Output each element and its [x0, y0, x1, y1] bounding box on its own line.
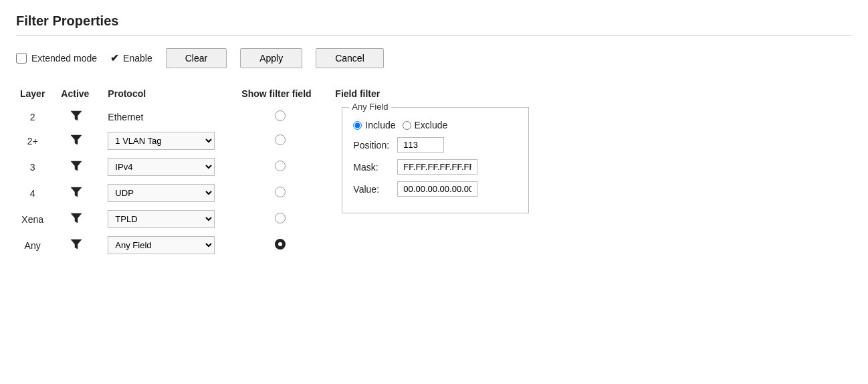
svg-marker-0 — [71, 111, 82, 120]
protocol-select[interactable]: 1 VLAN Tag2 VLAN TagsIPv4IPv6UDPTCPTPLDA… — [108, 210, 215, 228]
show-filter-radio[interactable] — [275, 213, 286, 223]
cell-protocol[interactable]: 1 VLAN Tag2 VLAN TagsIPv4IPv6UDPTCPTPLDA… — [104, 154, 237, 180]
svg-marker-3 — [71, 187, 82, 197]
cell-layer: Any — [16, 232, 57, 258]
cell-active[interactable] — [57, 232, 104, 258]
filter-icon[interactable] — [70, 160, 82, 174]
cell-active[interactable] — [57, 106, 104, 128]
cell-protocol[interactable]: 1 VLAN Tag2 VLAN TagsIPv4IPv6UDPTCPTPLDA… — [104, 128, 237, 154]
cell-active[interactable] — [57, 154, 104, 180]
filter-table: Layer Active Protocol Show filter field … — [16, 84, 541, 258]
cell-protocol[interactable]: 1 VLAN Tag2 VLAN TagsIPv4IPv6UDPTCPTPLDA… — [104, 206, 237, 232]
exclude-label: Exclude — [415, 120, 448, 130]
enable-checkmark-icon: ✔ — [110, 52, 119, 64]
cell-show-filter[interactable] — [237, 128, 331, 154]
cell-field-filter: Any Field Include Exclude Position: Mask… — [331, 106, 541, 258]
cell-layer: Xena — [16, 206, 57, 232]
value-input[interactable] — [397, 181, 477, 197]
position-label: Position: — [353, 140, 391, 151]
cell-layer: 4 — [16, 180, 57, 206]
table-row: 2 EthernetAny Field Include Exclude Posi… — [16, 106, 541, 128]
cell-protocol: Ethernet — [104, 106, 237, 128]
cell-active[interactable] — [57, 206, 104, 232]
col-header-active: Active — [57, 84, 104, 106]
cell-active[interactable] — [57, 128, 104, 154]
enable-label: Enable — [123, 53, 152, 64]
svg-marker-1 — [71, 135, 82, 145]
exclude-radio[interactable] — [403, 121, 411, 130]
svg-marker-5 — [71, 239, 82, 249]
position-input[interactable] — [397, 137, 444, 153]
include-radio-label[interactable]: Include — [353, 120, 395, 130]
col-header-layer: Layer — [16, 84, 57, 106]
protocol-select[interactable]: 1 VLAN Tag2 VLAN TagsIPv4IPv6UDPTCPTPLDA… — [108, 132, 215, 150]
cell-show-filter[interactable] — [237, 180, 331, 206]
show-filter-radio[interactable] — [275, 187, 286, 197]
main-content: Layer Active Protocol Show filter field … — [16, 84, 852, 258]
enable-label-group: ✔ Enable — [110, 52, 152, 64]
svg-marker-2 — [71, 161, 82, 171]
col-header-protocol: Protocol — [104, 84, 237, 106]
cancel-button[interactable]: Cancel — [316, 48, 384, 68]
value-row: Value: — [353, 181, 518, 197]
filter-icon[interactable] — [70, 212, 82, 226]
extended-mode-checkbox[interactable] — [16, 53, 27, 64]
cell-layer: 2+ — [16, 128, 57, 154]
show-filter-radio[interactable] — [275, 239, 286, 250]
field-filter-panel: Any Field Include Exclude Position: Mask… — [342, 107, 529, 213]
protocol-select[interactable]: 1 VLAN Tag2 VLAN TagsIPv4IPv6UDPTCPTPLDA… — [108, 236, 215, 254]
exclude-radio-label[interactable]: Exclude — [403, 120, 448, 130]
include-exclude-row: Include Exclude — [353, 120, 518, 130]
show-filter-radio[interactable] — [275, 134, 286, 145]
extended-mode-checkbox-label[interactable]: Extended mode — [16, 53, 97, 64]
filter-icon[interactable] — [70, 186, 82, 200]
extended-mode-label: Extended mode — [31, 53, 97, 64]
apply-button[interactable]: Apply — [240, 48, 302, 68]
cell-show-filter[interactable] — [237, 106, 331, 128]
cell-show-filter[interactable] — [237, 154, 331, 180]
value-label: Value: — [353, 184, 391, 195]
cell-protocol[interactable]: 1 VLAN Tag2 VLAN TagsIPv4IPv6UDPTCPTPLDA… — [104, 232, 237, 258]
mask-input[interactable] — [397, 159, 477, 175]
position-row: Position: — [353, 137, 518, 153]
protocol-select[interactable]: 1 VLAN Tag2 VLAN TagsIPv4IPv6UDPTCPTPLDA… — [108, 158, 215, 176]
field-filter-legend: Any Field — [349, 102, 391, 112]
filter-icon[interactable] — [70, 238, 82, 252]
clear-button[interactable]: Clear — [166, 48, 227, 68]
cell-protocol[interactable]: 1 VLAN Tag2 VLAN TagsIPv4IPv6UDPTCPTPLDA… — [104, 180, 237, 206]
filter-icon[interactable] — [70, 110, 82, 124]
page-title: Filter Properties — [16, 13, 852, 29]
cell-active[interactable] — [57, 180, 104, 206]
cell-show-filter[interactable] — [237, 232, 331, 258]
show-filter-radio[interactable] — [275, 161, 286, 171]
svg-marker-4 — [71, 213, 82, 223]
include-radio[interactable] — [353, 121, 362, 130]
mask-row: Mask: — [353, 159, 518, 175]
cell-layer: 3 — [16, 154, 57, 180]
toolbar: Extended mode ✔ Enable Clear Apply Cance… — [16, 48, 852, 68]
filter-icon[interactable] — [70, 134, 82, 148]
show-filter-radio[interactable] — [275, 110, 286, 121]
cell-show-filter[interactable] — [237, 206, 331, 232]
cell-layer: 2 — [16, 106, 57, 128]
title-divider — [16, 35, 852, 36]
protocol-select[interactable]: 1 VLAN Tag2 VLAN TagsIPv4IPv6UDPTCPTPLDA… — [108, 184, 215, 202]
include-label: Include — [365, 120, 395, 130]
col-header-show: Show filter field — [237, 84, 331, 106]
mask-label: Mask: — [353, 162, 391, 173]
